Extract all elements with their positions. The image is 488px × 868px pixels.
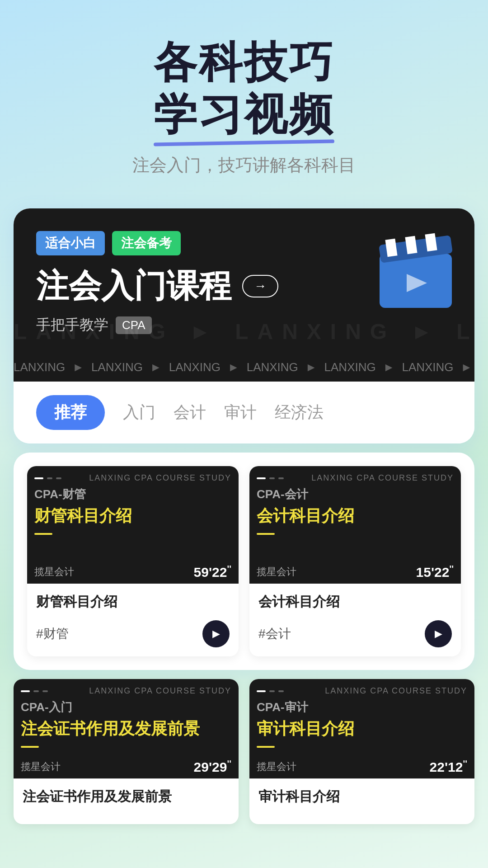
video-card-2[interactable]: LANXING CPA COURSE STUDY CPA-会计 会计科目介绍 揽… [249,466,461,656]
thumb-title-1: 财管科目介绍 [27,502,239,529]
thumb-author-1: 揽星会计 [34,565,74,579]
tab-beginner[interactable]: 入门 [123,401,155,424]
video-thumbnail-2: LANXING CPA COURSE STUDY CPA-会计 会计科目介绍 揽… [249,466,461,584]
partial-card-title-2: 审计科目介绍 [258,788,465,806]
scroll-item-1: LANXING► LANXING► LANXING► LANXING► LANX… [14,360,472,374]
video-info-1: 财管科目介绍 #财管 ▶ [27,584,239,656]
tab-accounting[interactable]: 会计 [174,401,206,424]
thumb-brand-1: LANXING CPA COURSE STUDY [89,473,231,483]
video-card-title-1: 财管科目介绍 [36,593,230,611]
tag-beginner: 适合小白 [36,231,105,255]
video-grid-container: LANXING CPA COURSE STUDY CPA-财管 财管科目介绍 揽… [14,453,474,670]
main-card: LANXING ► LANXING ► LANXING ► LANXING ► … [14,208,474,443]
partial-info-1: 注会证书作用及发展前景 [14,778,239,824]
video-thumbnail-1: LANXING CPA COURSE STUDY CPA-财管 财管科目介绍 揽… [27,466,239,584]
partial-brand-1: LANXING CPA COURSE STUDY [89,686,231,696]
partial-card-2[interactable]: LANXING CPA COURSE STUDY CPA-审计 审计科目介绍 揽… [249,679,474,824]
video-card-1[interactable]: LANXING CPA COURSE STUDY CPA-财管 财管科目介绍 揽… [27,466,239,656]
partial-title-2: 审计科目介绍 [249,715,474,742]
partial-author-1: 揽星会计 [21,760,61,774]
hero-title-line1: 各科技巧 [18,36,470,88]
partial-duration-2: 22'12'' [430,759,467,775]
video-grid: LANXING CPA COURSE STUDY CPA-财管 财管科目介绍 揽… [27,466,461,656]
tab-bar: 推荐 入门 会计 审计 经济法 [14,382,474,443]
banner-arrow-button[interactable]: → [242,275,278,297]
play-button-2[interactable]: ▶ [425,620,452,647]
thumb-title-2: 会计科目介绍 [249,502,461,529]
thumb-duration-1: 59'22'' [194,564,231,580]
partial-thumbnail-1: LANXING CPA COURSE STUDY CPA-入门 注会证书作用及发… [14,679,239,778]
bottom-partial-grid: LANXING CPA COURSE STUDY CPA-入门 注会证书作用及发… [14,679,474,824]
hero-title: 各科技巧 学习视频 [18,36,470,140]
banner-bg-text: LANXING ► LANXING ► LANXING ► LANXING ► … [14,319,474,344]
partial-card-title-1: 注会证书作用及发展前景 [23,788,230,806]
scroll-bar: LANXING► LANXING► LANXING► LANXING► LANX… [14,353,474,382]
partial-title-1: 注会证书作用及发展前景 [14,715,239,742]
thumb-brand-2: LANXING CPA COURSE STUDY [311,473,454,483]
partial-category-1: CPA-入门 [14,699,239,715]
partial-thumbnail-2: LANXING CPA COURSE STUDY CPA-审计 审计科目介绍 揽… [249,679,474,778]
partial-category-2: CPA-审计 [249,699,474,715]
tab-economic-law[interactable]: 经济法 [275,401,324,424]
thumb-divider-1 [34,533,52,535]
tab-recommend[interactable]: 推荐 [36,395,105,430]
course-banner[interactable]: LANXING ► LANXING ► LANXING ► LANXING ► … [14,208,474,353]
partial-author-2: 揽星会计 [257,760,296,774]
partial-info-2: 审计科目介绍 [249,778,474,824]
thumb-category-2: CPA-会计 [249,486,461,502]
video-tag-1: #财管 [36,625,69,642]
video-tag-2: #会计 [258,625,291,642]
thumb-category-1: CPA-财管 [27,486,239,502]
thumb-divider-2 [257,533,275,535]
thumb-author-2: 揽星会计 [257,565,296,579]
clapperboard-icon [371,222,461,312]
play-button-1[interactable]: ▶ [202,620,230,647]
partial-card-1[interactable]: LANXING CPA COURSE STUDY CPA-入门 注会证书作用及发… [14,679,239,824]
hero-subtitle: 注会入门，技巧讲解各科科目 [18,154,470,177]
tab-audit[interactable]: 审计 [224,401,257,424]
partial-brand-2: LANXING CPA COURSE STUDY [325,686,467,696]
video-info-2: 会计科目介绍 #会计 ▶ [249,584,461,656]
partial-duration-1: 29'29'' [194,759,231,775]
video-card-title-2: 会计科目介绍 [258,593,452,611]
tag-exam: 注会备考 [112,231,181,255]
hero-title-line2: 学习视频 [154,88,334,140]
hero-section: 各科技巧 学习视频 注会入门，技巧讲解各科科目 [0,0,488,195]
thumb-duration-2: 15'22'' [416,564,454,580]
